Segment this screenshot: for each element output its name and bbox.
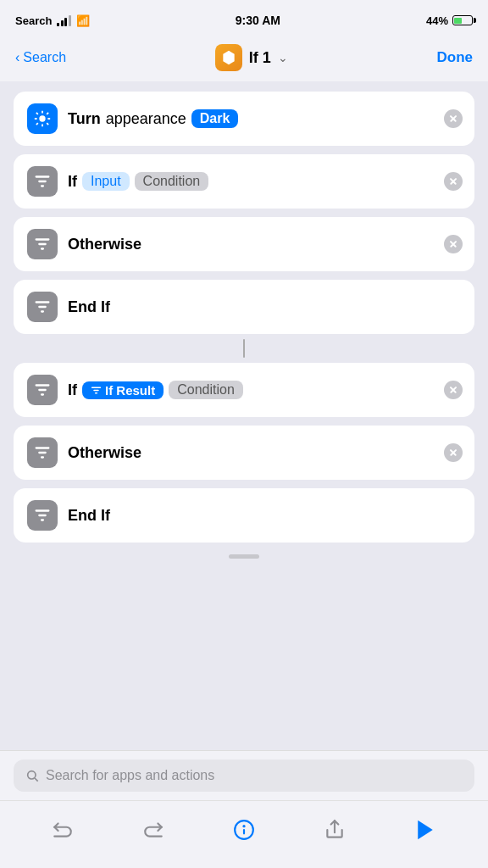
search-placeholder: Search for apps and actions xyxy=(46,768,214,783)
battery-icon xyxy=(452,15,473,25)
action-otherwise-2: Otherwise xyxy=(14,426,474,480)
nav-title-text: If 1 xyxy=(249,49,271,67)
battery-percent: 44% xyxy=(426,14,448,27)
end-if-label-1: End If xyxy=(68,298,110,316)
otherwise-label-1: Otherwise xyxy=(68,236,141,253)
share-button[interactable] xyxy=(316,811,353,849)
search-bar-container: Search for apps and actions xyxy=(0,750,488,800)
carrier-label: Search xyxy=(15,14,52,27)
if-icon-2 xyxy=(27,375,58,405)
action-end-if-2: End If xyxy=(14,488,474,542)
redo-button[interactable] xyxy=(135,811,172,849)
turn-icon xyxy=(27,103,58,134)
condition-token-1[interactable]: Condition xyxy=(135,172,209,191)
status-right: 44% xyxy=(426,14,473,27)
action-if-1: If Input Condition xyxy=(14,154,474,209)
if-icon-1 xyxy=(27,166,58,197)
if-close-button-1[interactable] xyxy=(444,172,463,191)
bottom-toolbar xyxy=(0,800,488,868)
otherwise-close-button-1[interactable] xyxy=(444,235,463,253)
svg-point-1 xyxy=(28,771,36,779)
nav-bar: ‹ Search If 1 ⌄ Done xyxy=(0,37,488,81)
nav-chevron-icon[interactable]: ⌄ xyxy=(278,51,288,64)
end-if-icon-1 xyxy=(27,292,58,322)
if-result-label: If Result xyxy=(105,383,155,398)
search-icon xyxy=(25,769,39,782)
done-button[interactable]: Done xyxy=(436,49,473,66)
action-end-if-1: End If xyxy=(14,280,474,334)
section-divider xyxy=(243,339,245,358)
otherwise-content-2: Otherwise xyxy=(68,444,461,462)
content-area: Turn appearance Dark If Input Condition … xyxy=(0,81,488,750)
turn-action-content: Turn appearance Dark xyxy=(68,109,461,128)
svg-line-2 xyxy=(35,778,38,782)
undo-button[interactable] xyxy=(44,811,81,849)
action-turn-appearance: Turn appearance Dark xyxy=(14,92,474,146)
turn-close-button[interactable] xyxy=(444,109,463,128)
drag-handle xyxy=(229,554,259,559)
status-bar: Search 📶 9:30 AM 44% xyxy=(0,0,488,37)
status-time: 9:30 AM xyxy=(236,14,280,27)
back-button[interactable]: ‹ Search xyxy=(15,50,66,65)
signal-icon xyxy=(57,15,71,26)
play-button[interactable] xyxy=(407,811,444,849)
end-if-label-2: End If xyxy=(68,507,110,525)
end-if-content-1: End If xyxy=(68,298,461,316)
input-token[interactable]: Input xyxy=(82,172,130,191)
end-if-icon-2 xyxy=(27,500,58,531)
nav-title: If 1 ⌄ xyxy=(215,44,288,71)
app-icon xyxy=(215,44,242,71)
if-result-token[interactable]: If Result xyxy=(82,381,164,399)
dark-token[interactable]: Dark xyxy=(191,109,239,128)
if-action-content-2: If If Result Condition xyxy=(68,381,461,399)
status-left: Search 📶 xyxy=(15,14,90,27)
if-close-button-2[interactable] xyxy=(444,381,463,399)
end-if-content-2: End If xyxy=(68,507,461,525)
if-label-2: If xyxy=(68,381,77,399)
svg-point-0 xyxy=(39,115,45,121)
otherwise-icon-2 xyxy=(27,437,58,468)
info-button[interactable] xyxy=(225,811,263,849)
search-bar[interactable]: Search for apps and actions xyxy=(14,760,474,792)
otherwise-close-button-2[interactable] xyxy=(444,443,463,462)
action-if-2: If If Result Condition xyxy=(14,363,474,417)
otherwise-content-1: Otherwise xyxy=(68,236,461,253)
svg-marker-7 xyxy=(419,820,434,839)
otherwise-label-2: Otherwise xyxy=(68,444,141,462)
back-chevron-icon: ‹ xyxy=(15,50,19,65)
if-action-content-1: If Input Condition xyxy=(68,172,461,191)
condition-token-2[interactable]: Condition xyxy=(169,381,243,399)
otherwise-icon-1 xyxy=(27,229,58,259)
wifi-icon: 📶 xyxy=(76,14,90,27)
back-label: Search xyxy=(23,50,66,65)
appearance-text[interactable]: appearance xyxy=(106,110,186,128)
turn-label: Turn xyxy=(68,110,101,128)
action-otherwise-1: Otherwise xyxy=(14,217,474,271)
if-label-1: If xyxy=(68,173,77,191)
